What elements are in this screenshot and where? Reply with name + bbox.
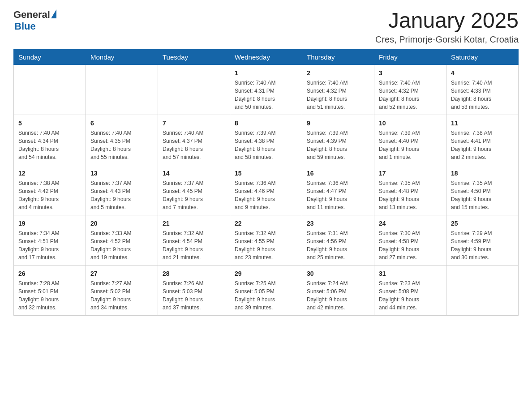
day-info: Sunrise: 7:38 AMSunset: 4:42 PMDaylight:…: [18, 179, 81, 211]
day-number: 13: [90, 169, 153, 178]
calendar-header-wednesday: Wednesday: [230, 49, 302, 64]
day-info: Sunrise: 7:29 AMSunset: 4:59 PMDaylight:…: [451, 229, 514, 261]
day-info: Sunrise: 7:28 AMSunset: 5:01 PMDaylight:…: [18, 279, 81, 312]
page-header: General Blue January 2025 Cres, Primorje…: [13, 9, 519, 45]
day-number: 6: [90, 119, 153, 128]
day-number: 23: [307, 219, 369, 228]
day-info: Sunrise: 7:25 AMSunset: 5:05 PMDaylight:…: [235, 279, 297, 312]
day-number: 16: [307, 169, 369, 178]
calendar-header-row: SundayMondayTuesdayWednesdayThursdayFrid…: [14, 49, 519, 64]
logo: General Blue: [13, 9, 56, 32]
calendar-cell: 13Sunrise: 7:37 AMSunset: 4:43 PMDayligh…: [86, 165, 158, 215]
calendar-cell: 2Sunrise: 7:40 AMSunset: 4:32 PMDaylight…: [302, 64, 374, 115]
calendar-cell: 19Sunrise: 7:34 AMSunset: 4:51 PMDayligh…: [14, 215, 86, 265]
calendar-cell: 4Sunrise: 7:40 AMSunset: 4:33 PMDaylight…: [446, 64, 519, 115]
calendar-cell: [14, 64, 86, 115]
day-number: 30: [307, 269, 369, 278]
calendar-cell: 7Sunrise: 7:40 AMSunset: 4:37 PMDaylight…: [158, 115, 230, 165]
calendar-cell: 8Sunrise: 7:39 AMSunset: 4:38 PMDaylight…: [230, 115, 302, 165]
calendar-week-row: 1Sunrise: 7:40 AMSunset: 4:31 PMDaylight…: [14, 64, 519, 115]
day-number: 19: [18, 219, 81, 228]
day-number: 15: [235, 169, 297, 178]
day-info: Sunrise: 7:40 AMSunset: 4:34 PMDaylight:…: [18, 129, 81, 161]
calendar-cell: 27Sunrise: 7:27 AMSunset: 5:02 PMDayligh…: [86, 265, 158, 315]
calendar-cell: 12Sunrise: 7:38 AMSunset: 4:42 PMDayligh…: [14, 165, 86, 215]
day-info: Sunrise: 7:40 AMSunset: 4:37 PMDaylight:…: [163, 129, 225, 161]
day-info: Sunrise: 7:35 AMSunset: 4:50 PMDaylight:…: [451, 179, 514, 211]
day-info: Sunrise: 7:34 AMSunset: 4:51 PMDaylight:…: [18, 229, 81, 261]
day-number: 29: [235, 269, 297, 278]
calendar-cell: [446, 265, 519, 315]
calendar-week-row: 5Sunrise: 7:40 AMSunset: 4:34 PMDaylight…: [14, 115, 519, 165]
calendar-cell: 9Sunrise: 7:39 AMSunset: 4:39 PMDaylight…: [302, 115, 374, 165]
calendar-cell: 31Sunrise: 7:23 AMSunset: 5:08 PMDayligh…: [374, 265, 446, 315]
calendar-header-saturday: Saturday: [446, 49, 519, 64]
calendar-week-row: 19Sunrise: 7:34 AMSunset: 4:51 PMDayligh…: [14, 215, 519, 265]
calendar-cell: 20Sunrise: 7:33 AMSunset: 4:52 PMDayligh…: [86, 215, 158, 265]
day-number: 12: [18, 169, 81, 178]
day-info: Sunrise: 7:32 AMSunset: 4:55 PMDaylight:…: [235, 229, 297, 261]
title-block: January 2025 Cres, Primorje-Gorski Kotar…: [375, 9, 519, 45]
calendar-cell: 22Sunrise: 7:32 AMSunset: 4:55 PMDayligh…: [230, 215, 302, 265]
calendar-cell: 21Sunrise: 7:32 AMSunset: 4:54 PMDayligh…: [158, 215, 230, 265]
day-number: 21: [163, 219, 225, 228]
calendar-cell: 28Sunrise: 7:26 AMSunset: 5:03 PMDayligh…: [158, 265, 230, 315]
calendar-header-tuesday: Tuesday: [158, 49, 230, 64]
calendar-cell: 23Sunrise: 7:31 AMSunset: 4:56 PMDayligh…: [302, 215, 374, 265]
day-number: 9: [307, 119, 369, 128]
calendar-cell: 30Sunrise: 7:24 AMSunset: 5:06 PMDayligh…: [302, 265, 374, 315]
day-info: Sunrise: 7:38 AMSunset: 4:41 PMDaylight:…: [451, 129, 514, 161]
day-number: 17: [379, 169, 442, 178]
day-number: 7: [163, 119, 225, 128]
day-info: Sunrise: 7:40 AMSunset: 4:32 PMDaylight:…: [307, 79, 369, 111]
day-info: Sunrise: 7:32 AMSunset: 4:54 PMDaylight:…: [163, 229, 225, 261]
calendar-cell: 25Sunrise: 7:29 AMSunset: 4:59 PMDayligh…: [446, 215, 519, 265]
day-number: 11: [451, 119, 514, 128]
day-info: Sunrise: 7:39 AMSunset: 4:40 PMDaylight:…: [379, 129, 442, 161]
month-title: January 2025: [375, 9, 519, 33]
day-number: 14: [163, 169, 225, 178]
calendar-cell: 6Sunrise: 7:40 AMSunset: 4:35 PMDaylight…: [86, 115, 158, 165]
calendar-cell: 10Sunrise: 7:39 AMSunset: 4:40 PMDayligh…: [374, 115, 446, 165]
day-info: Sunrise: 7:23 AMSunset: 5:08 PMDaylight:…: [379, 279, 442, 312]
day-number: 24: [379, 219, 442, 228]
day-number: 22: [235, 219, 297, 228]
day-info: Sunrise: 7:39 AMSunset: 4:38 PMDaylight:…: [235, 129, 297, 161]
calendar-header-friday: Friday: [374, 49, 446, 64]
calendar-week-row: 12Sunrise: 7:38 AMSunset: 4:42 PMDayligh…: [14, 165, 519, 215]
day-info: Sunrise: 7:39 AMSunset: 4:39 PMDaylight:…: [307, 129, 369, 161]
day-number: 1: [235, 68, 297, 78]
day-number: 5: [18, 119, 81, 128]
calendar-cell: 15Sunrise: 7:36 AMSunset: 4:46 PMDayligh…: [230, 165, 302, 215]
calendar-cell: 16Sunrise: 7:36 AMSunset: 4:47 PMDayligh…: [302, 165, 374, 215]
day-info: Sunrise: 7:33 AMSunset: 4:52 PMDaylight:…: [90, 229, 153, 261]
day-info: Sunrise: 7:36 AMSunset: 4:47 PMDaylight:…: [307, 179, 369, 211]
day-number: 26: [18, 269, 81, 278]
calendar-header-thursday: Thursday: [302, 49, 374, 64]
day-info: Sunrise: 7:27 AMSunset: 5:02 PMDaylight:…: [90, 279, 153, 312]
day-info: Sunrise: 7:40 AMSunset: 4:31 PMDaylight:…: [235, 79, 297, 111]
calendar-cell: 11Sunrise: 7:38 AMSunset: 4:41 PMDayligh…: [446, 115, 519, 165]
day-number: 25: [451, 219, 514, 228]
day-number: 2: [307, 68, 369, 78]
day-info: Sunrise: 7:37 AMSunset: 4:45 PMDaylight:…: [163, 179, 225, 211]
logo-general-text: General: [13, 9, 50, 21]
day-number: 20: [90, 219, 153, 228]
day-number: 8: [235, 119, 297, 128]
day-number: 10: [379, 119, 442, 128]
day-number: 28: [163, 269, 225, 278]
calendar-week-row: 26Sunrise: 7:28 AMSunset: 5:01 PMDayligh…: [14, 265, 519, 315]
day-number: 3: [379, 68, 442, 78]
calendar-cell: 18Sunrise: 7:35 AMSunset: 4:50 PMDayligh…: [446, 165, 519, 215]
day-info: Sunrise: 7:31 AMSunset: 4:56 PMDaylight:…: [307, 229, 369, 261]
day-info: Sunrise: 7:40 AMSunset: 4:32 PMDaylight:…: [379, 79, 442, 111]
day-number: 18: [451, 169, 514, 178]
calendar-cell: [86, 64, 158, 115]
day-info: Sunrise: 7:30 AMSunset: 4:58 PMDaylight:…: [379, 229, 442, 261]
day-info: Sunrise: 7:35 AMSunset: 4:48 PMDaylight:…: [379, 179, 442, 211]
day-info: Sunrise: 7:24 AMSunset: 5:06 PMDaylight:…: [307, 279, 369, 312]
day-info: Sunrise: 7:26 AMSunset: 5:03 PMDaylight:…: [163, 279, 225, 312]
calendar-cell: 26Sunrise: 7:28 AMSunset: 5:01 PMDayligh…: [14, 265, 86, 315]
day-info: Sunrise: 7:40 AMSunset: 4:35 PMDaylight:…: [90, 129, 153, 161]
day-number: 4: [451, 68, 514, 78]
